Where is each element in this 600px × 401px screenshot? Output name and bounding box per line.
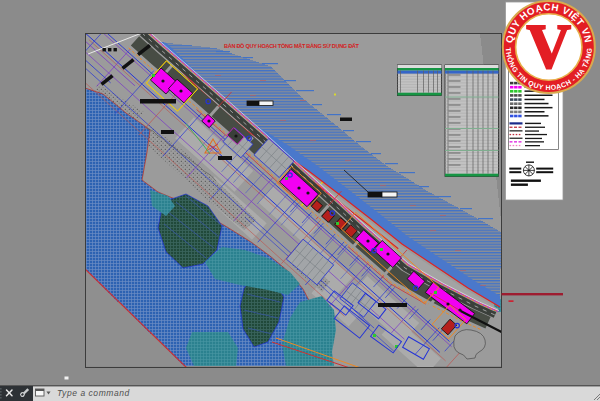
svg-text:V: V [527, 11, 571, 82]
svg-text:BẢN ĐỒ QUY HOẠCH TỔNG MẶT BẰNG: BẢN ĐỒ QUY HOẠCH TỔNG MẶT BẰNG SỬ DỤNG Đ… [224, 42, 360, 49]
svg-text:Type a command: Type a command [57, 388, 130, 398]
